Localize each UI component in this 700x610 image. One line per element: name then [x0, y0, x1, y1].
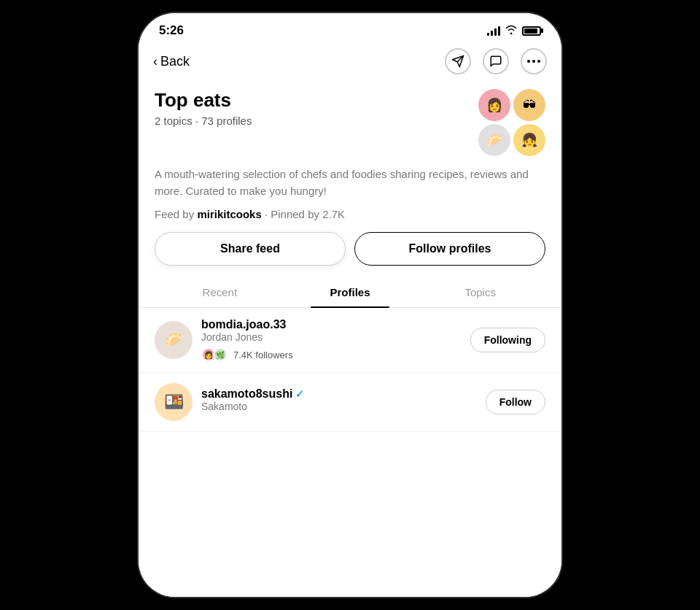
- follow-profiles-button[interactable]: Follow profiles: [354, 232, 545, 266]
- feed-title: Top eats: [155, 89, 470, 112]
- wifi-icon: [505, 25, 518, 36]
- nav-bar: ‹ Back: [139, 42, 561, 83]
- avatar: 🍱: [155, 383, 192, 421]
- tabs-bar: Recent Profiles Topics: [139, 277, 561, 308]
- status-bar: 5:26: [139, 13, 561, 42]
- profile-info: sakamoto8sushi ✓ Sakamoto: [201, 387, 477, 417]
- feed-description: A mouth-watering selection of chefs and …: [139, 156, 561, 205]
- verified-icon: ✓: [295, 388, 304, 400]
- follower-count: 7.4K followers: [233, 350, 293, 360]
- tab-topics[interactable]: Topics: [415, 277, 545, 307]
- header-text: Top eats 2 topics · 73 profiles: [155, 89, 470, 127]
- tab-recent[interactable]: Recent: [155, 277, 285, 307]
- follower-avatars: 👩 🌿: [201, 347, 228, 362]
- avatar-1: 👩: [478, 89, 510, 121]
- username-text: bomdia.joao.33: [201, 318, 286, 331]
- list-item: 🥟 bomdia.joao.33 Jordan Jones 👩 🌿 7.4K f…: [139, 308, 561, 373]
- nav-actions: [445, 48, 547, 74]
- avatar-4: 👧: [513, 124, 545, 156]
- svg-point-3: [532, 60, 535, 63]
- list-item: 🍱 sakamoto8sushi ✓ Sakamoto Follow: [139, 373, 561, 432]
- attribution-username[interactable]: mirikitcooks: [197, 208, 261, 220]
- avatar-2: 🕶: [513, 89, 545, 121]
- profile-username: sakamoto8sushi ✓: [201, 387, 477, 401]
- phone-shell: 5:26: [139, 13, 561, 597]
- phone-screen: 5:26: [139, 13, 561, 597]
- back-label: Back: [160, 54, 190, 69]
- header-section: Top eats 2 topics · 73 profiles 👩 🕶 🥟 👧: [139, 83, 561, 156]
- tab-recent-label: Recent: [203, 286, 238, 298]
- profile-display-name: Jordan Jones: [201, 331, 462, 343]
- profile-username: bomdia.joao.33: [201, 318, 462, 331]
- avatar-grid: 👩 🕶 🥟 👧: [478, 89, 545, 156]
- avatar-3: 🥟: [478, 124, 510, 156]
- action-buttons: Share feed Follow profiles: [139, 232, 561, 277]
- battery-icon: [522, 26, 541, 36]
- more-icon-button[interactable]: [521, 48, 547, 74]
- profile-list: 🥟 bomdia.joao.33 Jordan Jones 👩 🌿 7.4K f…: [139, 308, 561, 597]
- profile-display-name: Sakamoto: [201, 401, 477, 412]
- username-text: sakamoto8sushi: [201, 387, 292, 401]
- feed-meta: 2 topics · 73 profiles: [155, 115, 470, 127]
- attribution: Feed by mirikitcooks · Pinned by 2.7K: [139, 205, 561, 232]
- status-icons: [487, 25, 541, 36]
- status-time: 5:26: [159, 23, 184, 38]
- avatar: 🥟: [155, 321, 192, 359]
- follow-button[interactable]: Follow: [486, 390, 545, 414]
- followers-row: 👩 🌿 7.4K followers: [201, 347, 462, 362]
- message-icon-button[interactable]: [483, 48, 509, 74]
- svg-point-2: [527, 60, 530, 63]
- share-feed-button[interactable]: Share feed: [155, 232, 346, 266]
- svg-point-4: [537, 60, 540, 63]
- signal-icon: [487, 26, 500, 36]
- back-button[interactable]: ‹ Back: [153, 54, 190, 69]
- follower-mini-avatar: 🌿: [213, 347, 228, 362]
- tab-topics-label: Topics: [464, 286, 496, 298]
- attribution-prefix: Feed by: [155, 208, 194, 220]
- following-button[interactable]: Following: [470, 328, 545, 352]
- chevron-left-icon: ‹: [153, 54, 158, 69]
- tab-profiles-label: Profiles: [330, 286, 370, 298]
- pinned-label: · Pinned by 2.7K: [265, 208, 345, 220]
- share-icon-button[interactable]: [445, 48, 471, 74]
- profile-info: bomdia.joao.33 Jordan Jones 👩 🌿 7.4K fol…: [201, 318, 462, 362]
- tab-profiles[interactable]: Profiles: [285, 277, 416, 307]
